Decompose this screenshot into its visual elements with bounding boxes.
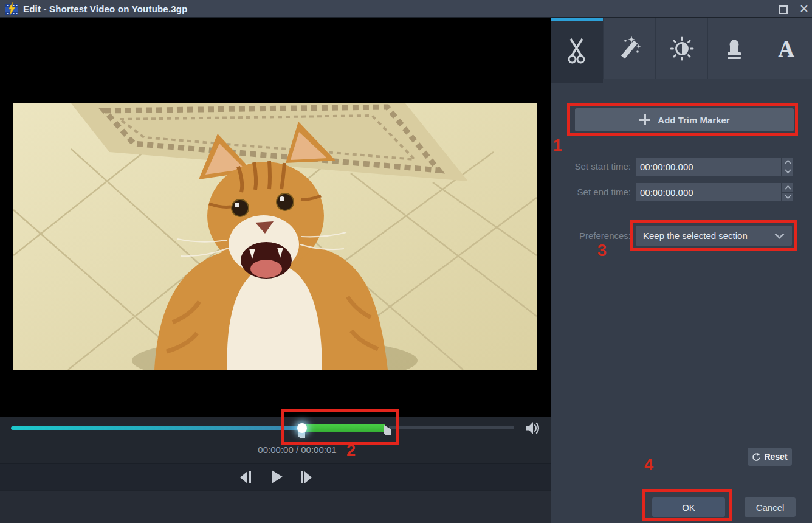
previous-frame-icon[interactable]: [238, 469, 254, 485]
time-display: 00:00:00 / 00:00:01: [206, 445, 388, 455]
start-time-down-button[interactable]: [782, 167, 793, 176]
end-time-input[interactable]: [636, 183, 781, 201]
tab-trim[interactable]: [551, 18, 603, 83]
start-time-up-button[interactable]: [782, 158, 793, 167]
footer-divider: [551, 493, 812, 493]
app-logo-icon: [5, 2, 19, 16]
scissors-icon: [565, 36, 588, 64]
transport-bar: [0, 463, 551, 490]
reset-button[interactable]: Reset: [748, 448, 792, 466]
start-time-input[interactable]: [636, 158, 781, 176]
player-footer-strip: [0, 490, 551, 523]
volume-icon[interactable]: [524, 420, 541, 436]
playhead[interactable]: [297, 423, 307, 433]
reset-icon: [752, 452, 761, 462]
seekbar-played-track[interactable]: [11, 426, 302, 430]
plus-icon: [639, 114, 651, 126]
reset-label: Reset: [764, 452, 787, 462]
preferences-dropdown[interactable]: Keep the selected section: [636, 226, 792, 246]
add-trim-marker-button[interactable]: Add Trim Marker: [575, 108, 794, 131]
timeline-area: 00:00:00 / 00:00:01: [0, 417, 551, 463]
title-bar: Edit - Shortest Video on Youtube.3gp ✕: [0, 0, 812, 18]
chevron-up-icon: [785, 185, 791, 190]
next-frame-icon[interactable]: [299, 469, 315, 485]
chevron-down-icon: [785, 195, 791, 199]
seekbar-remaining-track[interactable]: [389, 426, 514, 429]
edit-video-window: Edit - Shortest Video on Youtube.3gp ✕: [0, 0, 812, 523]
end-time-spinner: [782, 183, 793, 201]
tab-text[interactable]: A: [760, 18, 812, 79]
cancel-button[interactable]: Cancel: [745, 497, 796, 517]
chevron-down-icon: [774, 233, 785, 239]
brightness-icon: [669, 35, 695, 62]
close-button[interactable]: ✕: [797, 2, 811, 16]
text-icon: A: [778, 36, 794, 62]
ok-button[interactable]: OK: [652, 497, 725, 517]
set-end-time-label: Set end time:: [558, 187, 631, 197]
tab-adjust[interactable]: [655, 18, 707, 79]
video-frame-cat: [13, 103, 537, 370]
set-start-time-label: Set start time:: [558, 161, 631, 171]
stamp-icon: [722, 36, 746, 61]
add-trim-marker-label: Add Trim Marker: [658, 115, 729, 125]
chevron-down-icon: [785, 169, 791, 173]
end-time-up-button[interactable]: [782, 183, 793, 192]
chevron-up-icon: [785, 160, 791, 164]
tab-watermark[interactable]: [707, 18, 760, 79]
tab-effect[interactable]: [603, 18, 655, 79]
preferences-label: Preferences:: [558, 230, 631, 241]
maximize-button[interactable]: [779, 5, 788, 14]
preferences-selected-value: Keep the selected section: [643, 230, 774, 241]
end-time-down-button[interactable]: [782, 193, 793, 202]
window-title: Edit - Shortest Video on Youtube.3gp: [23, 4, 188, 14]
tool-tabs: A: [551, 18, 812, 81]
play-icon[interactable]: [269, 469, 284, 485]
trim-selection-segment[interactable]: [304, 424, 385, 432]
start-time-spinner: [782, 158, 793, 176]
magic-wand-icon: [617, 36, 642, 61]
video-viewport: [0, 18, 551, 417]
